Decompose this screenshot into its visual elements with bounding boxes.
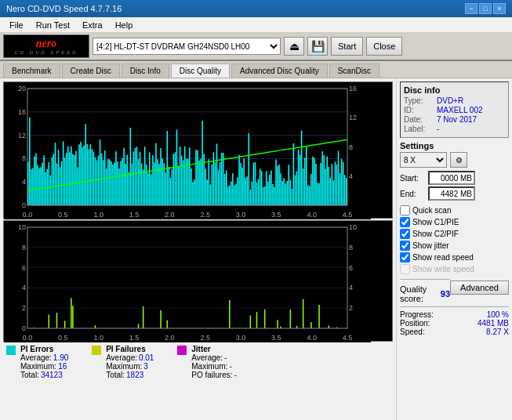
pi-errors-label: PI Errors (20, 345, 85, 353)
right-panel: Disc info Type: DVD+R ID: MAXELL 002 Dat… (396, 78, 512, 420)
pi-errors-total-value: 34123 (41, 371, 68, 379)
tab-advanced-disc-quality[interactable]: Advanced Disc Quality (231, 63, 328, 78)
disc-info-title: Disc info (404, 85, 505, 95)
speed-label: Speed: (400, 328, 425, 336)
checkboxes-section: Quick scan Show C1/PIE Show C2/PIF Show … (400, 205, 509, 274)
pi-errors-total-label: Total: (20, 371, 39, 379)
drive-select[interactable]: [4:2] HL-DT-ST DVDRAM GH24NSD0 LH00 (93, 38, 281, 55)
jitter-avg-value: - (224, 353, 252, 362)
tab-scandisc[interactable]: ScanDisc (329, 63, 379, 78)
window-title: Nero CD-DVD Speed 4.7.7.16 (6, 4, 122, 13)
speed-row: 8 X ⚙ (400, 152, 509, 168)
tab-disc-info[interactable]: Disc Info (122, 63, 169, 78)
pi-failures-legend (92, 346, 101, 355)
disc-date-row: Date: 7 Nov 2017 (404, 115, 505, 124)
start-mb-row: Start: (400, 171, 509, 185)
speed-value: 8.27 X (486, 328, 509, 336)
end-input[interactable] (428, 186, 475, 201)
progress-value: 100 % (487, 310, 509, 319)
cb-read-speed: Show read speed (400, 252, 509, 262)
menu-extra[interactable]: Extra (76, 19, 109, 31)
disc-date-label: Date: (404, 115, 434, 124)
progress-section: Progress: 100 % Position: 4481 MB Speed:… (400, 310, 509, 336)
cb-quick-scan-label: Quick scan (412, 206, 451, 215)
progress-label: Progress: (400, 310, 434, 319)
menu-file[interactable]: File (3, 19, 30, 31)
divider2 (400, 306, 509, 307)
disc-label-value: - (437, 125, 439, 133)
cb-jitter: Show jitter (400, 241, 509, 251)
position-label: Position: (400, 319, 430, 328)
cb-write-speed-label: Show write speed (412, 265, 474, 273)
save-icon[interactable]: 💾 (307, 37, 328, 56)
minimize-button[interactable]: − (465, 3, 478, 14)
speed-row2: Speed: 8.27 X (400, 328, 509, 336)
disc-type-value: DVD+R (437, 96, 463, 105)
pi-errors-avg-label: Average: (20, 353, 52, 362)
window-controls: − □ × (465, 3, 506, 14)
end-mb-row: End: (400, 186, 509, 201)
jitter-stat: Jitter Average:- Maximum:- PO failures:- (177, 345, 261, 379)
cb-c1pie-input[interactable] (400, 217, 410, 227)
chart-area: PI Errors Average:1.90 Maximum:16 Total:… (0, 78, 396, 420)
menu-run-test[interactable]: Run Test (30, 19, 76, 31)
cb-c2pif-input[interactable] (400, 229, 410, 239)
cb-read-speed-label: Show read speed (412, 253, 474, 262)
jitter-legend (177, 346, 187, 355)
cb-jitter-label: Show jitter (412, 241, 449, 250)
pi-failures-avg-value: 0.01 (139, 353, 166, 362)
position-row: Position: 4481 MB (400, 319, 509, 328)
menu-help[interactable]: Help (109, 19, 140, 31)
cb-c1pie: Show C1/PIE (400, 217, 509, 227)
cb-c2pif-label: Show C2/PIF (412, 230, 459, 238)
advanced-button[interactable]: Advanced (450, 281, 509, 295)
pi-failures-max-label: Maximum: (106, 362, 142, 371)
disc-type-label: Type: (404, 96, 434, 105)
cb-write-speed-input (400, 264, 410, 274)
close-button[interactable]: × (493, 3, 506, 14)
cb-write-speed: Show write speed (400, 264, 509, 274)
start-input[interactable] (428, 171, 475, 185)
pi-failures-label: PI Failures (106, 345, 171, 353)
progress-row: Progress: 100 % (400, 310, 509, 319)
main-content: PI Errors Average:1.90 Maximum:16 Total:… (0, 78, 512, 420)
jitter-avg-label: Average: (191, 353, 223, 362)
cb-read-speed-input[interactable] (400, 252, 410, 262)
tab-create-disc[interactable]: Create Disc (62, 63, 120, 78)
eject-icon[interactable]: ⏏ (284, 37, 304, 56)
cb-quick-scan-input[interactable] (400, 205, 410, 215)
pi-errors-max-value: 16 (58, 362, 85, 371)
end-label: End: (400, 190, 425, 198)
disc-id-label: ID: (404, 106, 434, 114)
bottom-chart (3, 220, 393, 342)
jitter-label: Jitter (191, 345, 261, 353)
tab-benchmark[interactable]: Benchmark (3, 63, 60, 78)
po-failures-label: PO failures: (191, 371, 232, 379)
settings-section: Settings 8 X ⚙ Start: End: (400, 141, 509, 201)
cb-quick-scan: Quick scan (400, 205, 509, 215)
pi-failures-stat: PI Failures Average:0.01 Maximum:3 Total… (92, 345, 171, 379)
cb-c1pie-label: Show C1/PIE (412, 218, 459, 226)
close-button2[interactable]: Close (366, 37, 402, 56)
maximize-button[interactable]: □ (479, 3, 492, 14)
jitter-max-value: - (229, 362, 256, 371)
nero-logo: nero CD·DVD SPEED (3, 34, 89, 58)
pi-failures-avg-label: Average: (106, 353, 137, 362)
stats-row: PI Errors Average:1.90 Maximum:16 Total:… (3, 343, 393, 381)
pi-errors-max-label: Maximum: (20, 362, 56, 371)
disc-label-label: Label: (404, 125, 434, 133)
title-bar: Nero CD-DVD Speed 4.7.7.16 − □ × (0, 0, 512, 17)
speed-select[interactable]: 8 X (400, 152, 447, 168)
disc-info-section: Disc info Type: DVD+R ID: MAXELL 002 Dat… (400, 81, 509, 138)
quality-score-row: Quality score: 93 (400, 284, 450, 303)
disc-label-row: Label: - (404, 125, 505, 133)
settings-title: Settings (400, 141, 509, 150)
toolbar: nero CD·DVD SPEED [4:2] HL-DT-ST DVDRAM … (0, 33, 512, 61)
settings-icon[interactable]: ⚙ (450, 152, 467, 168)
start-button[interactable]: Start (331, 37, 363, 56)
pi-errors-legend (6, 346, 16, 355)
disc-id-row: ID: MAXELL 002 (404, 106, 505, 114)
cb-jitter-input[interactable] (400, 241, 410, 251)
tab-disc-quality[interactable]: Disc Quality (171, 63, 230, 78)
jitter-max-label: Maximum: (191, 362, 227, 371)
